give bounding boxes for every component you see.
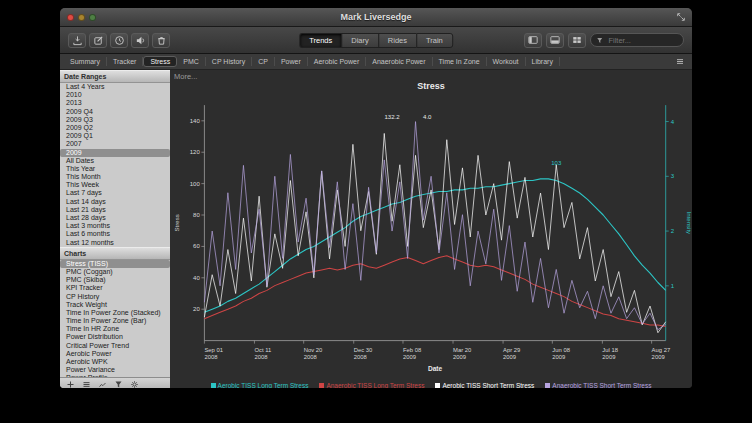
toggle-bottombar-button[interactable] bbox=[546, 33, 564, 48]
legend-item: Anaerobic TISS Short Term Stress bbox=[545, 382, 651, 389]
tab-pmc[interactable]: PMC bbox=[177, 57, 206, 66]
add-button[interactable] bbox=[66, 380, 75, 388]
legend-swatch bbox=[435, 383, 440, 388]
clock-button[interactable] bbox=[110, 33, 128, 48]
fullscreen-icon[interactable] bbox=[675, 11, 687, 23]
sidebar: Date RangesLast 4 Years201020132009 Q420… bbox=[60, 70, 170, 388]
sidebar-item-2013[interactable]: 2013 bbox=[60, 99, 170, 107]
sidebar-item-2009-q2[interactable]: 2009 Q2 bbox=[60, 124, 170, 132]
filter-field[interactable] bbox=[590, 33, 684, 47]
chart-list-button[interactable] bbox=[98, 380, 107, 388]
series-aerobic-tiss-short-term-stress bbox=[204, 133, 665, 332]
minimize-window-button[interactable] bbox=[78, 14, 85, 21]
segment-train[interactable]: Train bbox=[416, 33, 453, 48]
tab-time-in-zone[interactable]: Time In Zone bbox=[433, 57, 487, 66]
toolbar-right-group bbox=[524, 33, 692, 48]
funnel-icon bbox=[596, 36, 603, 45]
close-window-button[interactable] bbox=[67, 14, 74, 21]
tab-cp-history[interactable]: CP History bbox=[206, 57, 252, 66]
tile-view-button[interactable] bbox=[568, 33, 586, 48]
sidebar-sections: Date RangesLast 4 Years201020132009 Q420… bbox=[60, 70, 170, 383]
hamburger-icon bbox=[675, 57, 685, 66]
sidebar-item-last-12-months[interactable]: Last 12 months bbox=[60, 239, 170, 247]
tab-workout[interactable]: Workout bbox=[487, 57, 526, 66]
content-area: Date RangesLast 4 Years201020132009 Q420… bbox=[60, 70, 692, 388]
trash-button[interactable] bbox=[152, 33, 170, 48]
sidebar-item-2010[interactable]: 2010 bbox=[60, 91, 170, 99]
sidebar-item-last-7-days[interactable]: Last 7 days bbox=[60, 189, 170, 197]
chart-annotation: 132.2 bbox=[384, 114, 400, 120]
compose-button[interactable] bbox=[89, 33, 107, 48]
segment-trends[interactable]: Trends bbox=[299, 33, 341, 48]
svg-text:40: 40 bbox=[193, 275, 200, 281]
sidebar-item-time-in-power-zone-bar[interactable]: Time In Power Zone (Bar) bbox=[60, 317, 170, 325]
segment-diary[interactable]: Diary bbox=[341, 33, 378, 48]
speaker-button[interactable] bbox=[131, 33, 149, 48]
sidebar-item-this-month[interactable]: This Month bbox=[60, 173, 170, 181]
sidebar-item-all-dates[interactable]: All Dates bbox=[60, 157, 170, 165]
sidebar-item-aerobic-power[interactable]: Aerobic Power bbox=[60, 350, 170, 358]
tab-overflow-button[interactable] bbox=[675, 57, 688, 66]
tabs-strip: SummaryTrackerStressPMCCP HistoryCPPower… bbox=[64, 56, 560, 67]
import-button[interactable] bbox=[68, 33, 86, 48]
filter-input[interactable] bbox=[606, 35, 678, 46]
sidebar-item-2009[interactable]: 2009 bbox=[60, 149, 170, 157]
sidebar-item-this-week[interactable]: This Week bbox=[60, 181, 170, 189]
sidebar-item-last-4-years[interactable]: Last 4 Years bbox=[60, 83, 170, 91]
tab-cp[interactable]: CP bbox=[252, 57, 275, 66]
sidebar-item-2007[interactable]: 2007 bbox=[60, 140, 170, 148]
tab-library[interactable]: Library bbox=[526, 57, 560, 66]
tab-tracker[interactable]: Tracker bbox=[107, 57, 143, 66]
window-controls bbox=[60, 14, 96, 21]
sidebar-filter-button[interactable] bbox=[114, 380, 123, 388]
sidebar-item-this-year[interactable]: This Year bbox=[60, 165, 170, 173]
chart-legend: Aerobic TISS Long Term StressAnaerobic T… bbox=[170, 379, 692, 388]
sidebar-item-last-14-days[interactable]: Last 14 days bbox=[60, 198, 170, 206]
sidebar-item-last-28-days[interactable]: Last 28 days bbox=[60, 214, 170, 222]
main-toolbar: TrendsDiaryRidesTrain bbox=[60, 27, 692, 54]
sidebar-item-last-6-months[interactable]: Last 6 months bbox=[60, 230, 170, 238]
sidebar-item-2009-q4[interactable]: 2009 Q4 bbox=[60, 108, 170, 116]
compose-icon bbox=[93, 35, 104, 46]
sidebar-item-last-21-days[interactable]: Last 21 days bbox=[60, 206, 170, 214]
sidebar-section-header-date-ranges[interactable]: Date Ranges bbox=[60, 70, 170, 83]
sidebar-item-2009-q3[interactable]: 2009 Q3 bbox=[60, 116, 170, 124]
tab-anaerobic-power[interactable]: Anaerobic Power bbox=[366, 57, 432, 66]
sidebar-item-critical-power-trend[interactable]: Critical Power Trend bbox=[60, 342, 170, 350]
sidebar-item-kpi-tracker[interactable]: KPI Tracker bbox=[60, 284, 170, 292]
tab-stress[interactable]: Stress bbox=[143, 56, 177, 67]
sidebar-item-stress-tiss[interactable]: Stress (TISS) bbox=[60, 260, 170, 268]
sidebar-section-header-charts[interactable]: Charts bbox=[60, 247, 170, 260]
toggle-sidebar-button[interactable] bbox=[524, 33, 542, 48]
sidebar-item-pmc-skiba[interactable]: PMC (Skiba) bbox=[60, 276, 170, 284]
sidebar-menu-button[interactable] bbox=[82, 380, 91, 388]
sidebar-item-track-weight[interactable]: Track Weight bbox=[60, 301, 170, 309]
svg-text:Dec 30: Dec 30 bbox=[354, 347, 373, 353]
svg-text:Feb 08: Feb 08 bbox=[403, 347, 421, 353]
settings-button[interactable] bbox=[130, 380, 139, 388]
sidebar-item-cp-history[interactable]: CP History bbox=[60, 293, 170, 301]
series-aerobic-tiss-long-term-stress bbox=[204, 179, 665, 312]
svg-text:100: 100 bbox=[190, 181, 201, 187]
sidebar-item-pmc-coggan[interactable]: PMC (Coggan) bbox=[60, 268, 170, 276]
clock-icon bbox=[114, 35, 125, 46]
zoom-window-button[interactable] bbox=[89, 14, 96, 21]
sidebar-item-time-in-hr-zone[interactable]: Time In HR Zone bbox=[60, 325, 170, 333]
stress-chart[interactable]: 204060801001201401234Sep 012008Oct 11200… bbox=[170, 93, 692, 379]
legend-item: Anaerobic TISS Long Term Stress bbox=[319, 382, 424, 389]
tab-aerobic-power[interactable]: Aerobic Power bbox=[308, 57, 367, 66]
sidebar-item-power-variance[interactable]: Power Variance bbox=[60, 366, 170, 374]
tab-power[interactable]: Power bbox=[275, 57, 308, 66]
chart-icon bbox=[98, 380, 107, 388]
sidebar-item-time-in-power-zone-stacked[interactable]: Time In Power Zone (Stacked) bbox=[60, 309, 170, 317]
legend-label: Anaerobic TISS Long Term Stress bbox=[326, 382, 424, 389]
svg-text:2008: 2008 bbox=[204, 354, 217, 360]
tab-summary[interactable]: Summary bbox=[64, 57, 107, 66]
segment-rides[interactable]: Rides bbox=[378, 33, 416, 48]
more-link[interactable]: More... bbox=[170, 70, 692, 81]
sidebar-item-aerobic-wpk[interactable]: Aerobic WPK bbox=[60, 358, 170, 366]
sidebar-item-last-3-months[interactable]: Last 3 months bbox=[60, 222, 170, 230]
sidebar-item-2009-q1[interactable]: 2009 Q1 bbox=[60, 132, 170, 140]
legend-label: Aerobic TISS Short Term Stress bbox=[442, 382, 534, 389]
sidebar-item-power-distribution[interactable]: Power Distribution bbox=[60, 333, 170, 341]
